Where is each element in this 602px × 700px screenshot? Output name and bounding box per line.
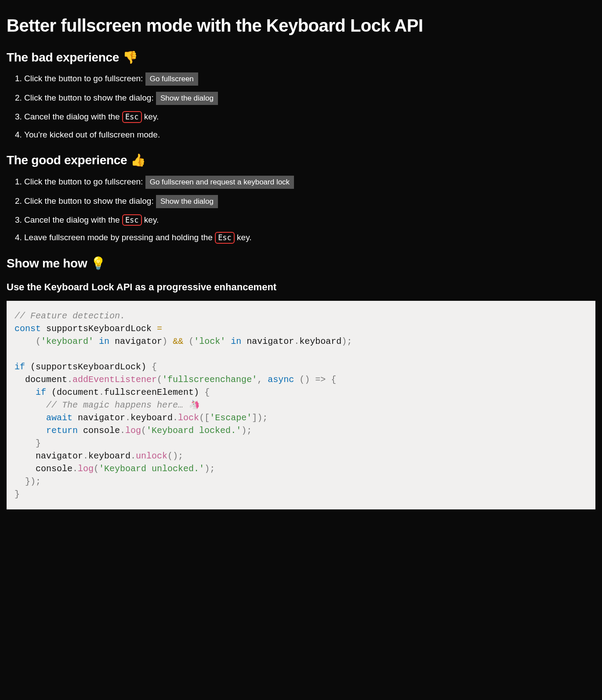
esc-key: Esc [122, 214, 142, 226]
step-text: Leave fullscreen mode by pressing and ho… [24, 233, 215, 242]
step-text: Click the button to go fullscreen: [24, 74, 145, 83]
step-text: Click the button to show the dialog: [24, 93, 156, 102]
show-dialog-button[interactable]: Show the dialog [156, 195, 218, 208]
good-steps-list: Click the button to go fullscreen: Go fu… [7, 176, 595, 244]
bad-steps-list: Click the button to go fullscreen: Go fu… [7, 72, 595, 141]
how-subheading: Use the Keyboard Lock API as a progressi… [7, 281, 595, 294]
page-title: Better fullscreen mode with the Keyboard… [7, 13, 595, 38]
step-text: Cancel the dialog with the [24, 112, 122, 121]
list-item: Cancel the dialog with the Esc key. [24, 214, 595, 226]
step-text: Cancel the dialog with the [24, 215, 122, 224]
code-block: // Feature detection. const supportsKeyb… [7, 301, 595, 509]
go-fullscreen-lock-button[interactable]: Go fullscreen and request a keyboard loc… [145, 176, 294, 189]
step-text: key. [142, 215, 159, 224]
esc-key: Esc [122, 111, 142, 123]
step-text: key. [142, 112, 159, 121]
list-item: Click the button to go fullscreen: Go fu… [24, 72, 595, 86]
good-heading: The good experience 👍 [7, 152, 595, 169]
bad-heading: The bad experience 👎 [7, 49, 595, 66]
esc-key: Esc [215, 232, 235, 243]
list-item: Leave fullscreen mode by pressing and ho… [24, 232, 595, 244]
go-fullscreen-button[interactable]: Go fullscreen [145, 72, 198, 86]
step-text: Click the button to go fullscreen: [24, 177, 145, 186]
show-dialog-button[interactable]: Show the dialog [156, 92, 218, 105]
list-item: You're kicked out of fullscreen mode. [24, 129, 595, 141]
how-heading: Show me how 💡 [7, 255, 595, 272]
list-item: Click the button to show the dialog: Sho… [24, 195, 595, 208]
list-item: Click the button to go fullscreen: Go fu… [24, 176, 595, 189]
step-text: key. [235, 233, 252, 242]
list-item: Click the button to show the dialog: Sho… [24, 92, 595, 105]
step-text: Click the button to show the dialog: [24, 196, 156, 206]
list-item: Cancel the dialog with the Esc key. [24, 111, 595, 123]
step-text: You're kicked out of fullscreen mode. [24, 130, 160, 139]
